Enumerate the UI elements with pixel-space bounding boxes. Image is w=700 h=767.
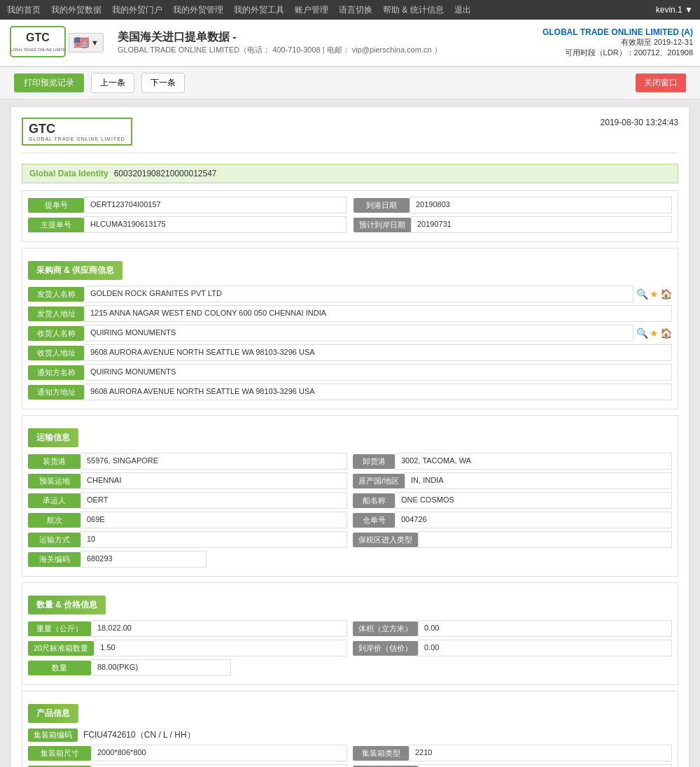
daoan-value: 0.00 [418,640,672,656]
shouhuo-home-icon[interactable]: 🏠 [660,328,672,339]
20chi-label: 20尺标准箱数量 [28,641,94,656]
nav-logout[interactable]: 退出 [454,4,471,16]
print-preview-button[interactable]: 打印预览记录 [14,73,84,92]
transport-mode-row: 运输方式 10 保税区进入类型 [28,531,672,548]
nav-trade-portal[interactable]: 我的外贸门户 [112,4,162,16]
nav-help[interactable]: 帮助 & 统计信息 [383,4,444,16]
quantity-header: 数量 & 价格信息 [28,589,672,620]
user-info[interactable]: kevin.1 ▼ [656,5,693,15]
tiji-field: 体积（立方米） 0.00 [353,620,672,637]
quantity-section: 数量 & 价格信息 重量（公斤） 18,022.00 体积（立方米） 0.00 … [22,582,678,685]
tongzhi-mingcheng-row: 通知方名称 QUIRING MONUMENTS [28,364,672,381]
chengyunren-field: 承运人 OERT [28,492,347,509]
page-title-section: 美国海关进口提单数据 - GLOBAL TRADE ONLINE LIMITED… [104,30,542,55]
shouhuo-star-icon[interactable]: ★ [650,328,659,339]
nav-trade-tools[interactable]: 我的外贸工具 [234,4,284,16]
nav-home[interactable]: 我的首页 [7,4,41,16]
container-code-row: 集装箱编码 FCIU4742610（CN / L / HH） [28,729,672,742]
daoan-label: 到岸价（估价） [353,641,418,656]
next-record-button[interactable]: 下一条 [141,73,185,93]
fahuo-home-icon[interactable]: 🏠 [660,288,672,300]
main-document: GTC GLOBAL TRADE ONLINE LIMITED 2019-08-… [10,106,690,767]
nav-trade-data[interactable]: 我的外贸数据 [51,4,102,16]
zhongliang-label: 重量（公斤） [28,621,91,636]
shouhuo-dizhi-value: 9608 AURORA AVENUE NORTH SEATTLE WA 9810… [84,344,672,361]
page-title: 美国海关进口提单数据 - [118,30,542,45]
yuji-daogang-label: 预计到岸日期 [354,218,411,232]
xiehuo-gang-value: 3002, TACOMA, WA [395,453,672,470]
doc-date: 2019-08-30 13:24:43 [601,118,678,127]
container-qty-row: 20尺标准箱数量 1.50 到岸价（估价） 0.00 [28,640,672,656]
global-id-label: Global Data Identity [29,169,108,178]
tongzhi-dizhi-row: 通知方地址 9608 AURORA AVENUE NORTH SEATTLE W… [28,384,672,400]
top-navigation: 我的首页 我的外贸数据 我的外贸门户 我的外贸管理 我的外贸工具 账户管理 语言… [0,0,700,20]
container-code-value: FCIU4742610（CN / L / HH） [83,729,195,741]
close-window-button[interactable]: 关闭窗口 [636,73,686,92]
fahuo-dizhi-label: 发货人地址 [28,307,84,321]
global-id-value: 6003201908210000012547 [114,169,217,178]
fahuo-search-icon[interactable]: 🔍 [636,288,648,300]
svg-text:GLOBAL TRADE ONLINE LIMITED: GLOBAL TRADE ONLINE LIMITED [10,48,66,52]
nav-language[interactable]: 语言切换 [339,4,372,16]
prod-qty-price-row: 数量 88.00 到岸价（估价） 0.00 [28,764,672,767]
zhutidan-label: 主提单号 [28,218,84,232]
xiehuo-gang-label: 卸货港 [353,454,395,469]
transport-section: 运输信息 装货港 55976, SINGAPORE 卸货港 3002, TACO… [22,415,678,577]
chuanming-label: 船名称 [353,493,395,508]
shouhuo-search-icon[interactable]: 🔍 [636,328,648,339]
tongzhi-dizhi-label: 通知方地址 [28,385,84,400]
jizhuangxiang-chicun-value: 2000*806*800 [91,745,347,761]
daogang-label: 到港日期 [354,198,410,213]
shouhuo-dizhi-label: 收货人地址 [28,346,84,360]
ldr-info: 可用时段（LDR）：200712、201908 [542,48,693,58]
yuzhuangyundi-label: 预装运地 [28,474,80,488]
haiguan-row: 海关编码 680293 [28,551,672,568]
fahuo-star-icon[interactable]: ★ [650,288,659,300]
svg-text:GTC: GTC [26,31,50,43]
chengyunren-value: OERT [80,492,347,509]
daogang-field: 到港日期 20190803 [354,197,672,213]
nav-account[interactable]: 账户管理 [295,4,328,16]
prev-record-button[interactable]: 上一条 [91,73,134,93]
shuliang-label: 数量 [28,661,91,675]
zhuanghuo-gang-label: 装货港 [28,454,80,469]
tidan-label: 提单号 [28,198,84,213]
tidan-row: 提单号 OERT123704I00157 到港日期 20190803 [28,197,672,213]
top-nav-links: 我的首页 我的外贸数据 我的外贸门户 我的外贸管理 我的外贸工具 账户管理 语言… [7,4,471,16]
chuanming-value: ONE COSMOS [395,492,672,509]
prod-qty-field: 数量 88.00 [28,764,347,767]
nav-trade-mgmt[interactable]: 我的外贸管理 [173,4,223,16]
zhutidan-field: 主提单号 HLCUMA3190613175 [28,216,346,233]
yuji-daogang-field: 预计到岸日期 20190731 [354,216,672,233]
tidan-value: OERT123704I00157 [84,197,346,213]
zhutidan-row: 主提单号 HLCUMA3190613175 预计到岸日期 20190731 [28,216,672,233]
baoshuiqu-label: 保税区进入类型 [353,533,418,547]
fahuo-dizhi-row: 发货人地址 1215 ANNA NAGAR WEST END COLONY 60… [28,305,672,322]
tidan-field: 提单号 OERT123704I00157 [28,197,346,213]
transport-header: 运输信息 [28,421,672,453]
jizhuangxiang-chicun-label: 集装箱尺寸 [28,746,91,761]
zhongliang-value: 18,022.00 [91,620,347,637]
cangdan-field: 仓单号 004726 [353,512,672,528]
fahuo-mingcheng-row: 发货人名称 GOLDEN ROCK GRANITES PVT LTD 🔍 ★ 🏠 [28,286,672,302]
yunshu-fangshi-field: 运输方式 10 [28,531,347,548]
shouhuo-mingcheng-row: 收货人名称 QUIRING MONUMENTS 🔍 ★ 🏠 [28,325,672,342]
20chi-value: 1.50 [94,640,347,656]
jizhuangxiang-leixing-label: 集装箱类型 [353,746,409,761]
fahuo-dizhi-value: 1215 ANNA NAGAR WEST END COLONY 600 050 … [84,305,672,322]
container-tag: 集装箱编码 [28,729,78,742]
zhongliang-field: 重量（公斤） 18,022.00 [28,620,347,637]
shouhuo-mingcheng-value: QUIRING MONUMENTS [84,325,634,342]
baoshuiqu-value [418,531,672,548]
zhuanghuo-gang-field: 装货港 55976, SINGAPORE [28,453,347,470]
prod-daoan-value: 0.00 [418,764,672,767]
language-flag[interactable]: 🇺🇸 ▼ [69,33,104,52]
account-info: GLOBAL TRADE ONLINE LIMITED (A) 有效期至 201… [542,27,693,58]
cangdan-value: 004726 [395,512,672,528]
baoshuiqu-field: 保税区进入类型 [353,531,672,548]
cangdan-label: 仓单号 [353,513,395,528]
carrier-row: 承运人 OERT 船名称 ONE COSMOS [28,492,672,509]
top-action-bar: 打印预览记录 上一条 下一条 关闭窗口 [0,67,700,99]
product-section: 产品信息 集装箱编码 FCIU4742610（CN / L / HH） 集装箱尺… [22,691,678,767]
voyage-row: 航次 069E 仓单号 004726 [28,512,672,528]
